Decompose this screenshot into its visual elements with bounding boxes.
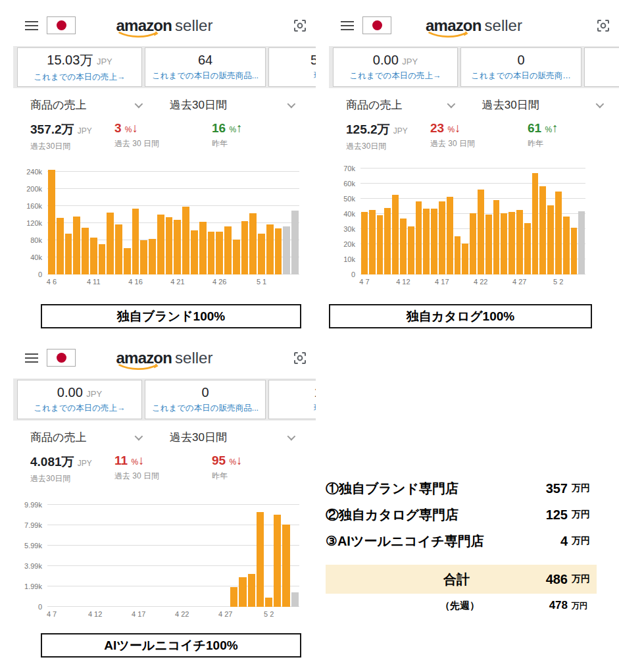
bar — [501, 213, 507, 274]
seller-logo-text: seller — [175, 349, 212, 367]
today-sales-value: 0.00 JPY — [373, 53, 418, 68]
stats-row: 357.2万 JPY 過去30日間 3 %↓ 過去 30 日間 16 %↑ 昨年 — [13, 121, 316, 152]
metric-dropdown[interactable]: 商品の売上 — [30, 97, 141, 113]
range-dropdown[interactable]: 過去30日間 — [482, 97, 602, 113]
today-sales-card[interactable]: 0.00 JPY これまでの本日の売上→ — [17, 380, 142, 419]
bar — [455, 236, 461, 274]
y-axis: 010k20k30k40k50k60k70k — [332, 165, 360, 274]
today-sales-value: 0.00 JPY — [57, 385, 102, 400]
bar — [392, 195, 399, 274]
open-orders-label: 現 — [314, 70, 316, 82]
summary-row-aitool: ③AIツールニコイチ専門店 4 万円 — [326, 528, 597, 554]
bar — [282, 525, 289, 607]
sales-bar-chart: 040k80k120k160k200k240k 4 64 114 164 214… — [16, 165, 299, 288]
today-sales-label: これまでの本日の売上→ — [34, 403, 125, 414]
amazon-seller-logo: amazon seller — [426, 16, 522, 35]
bar — [377, 215, 384, 274]
bar — [65, 234, 72, 274]
bar — [233, 240, 240, 274]
chevron-down-icon — [596, 100, 605, 109]
bar — [182, 207, 189, 274]
today-units-card[interactable]: 0 これまでの本日の販売商… — [460, 47, 582, 87]
open-orders-value: 1 — [314, 385, 316, 400]
filter-row: 商品の売上 過去30日間 — [329, 97, 619, 113]
bar — [539, 186, 546, 274]
down-arrow-icon: ↓ — [236, 453, 243, 467]
bar — [571, 228, 578, 274]
bar — [439, 201, 445, 274]
bar — [132, 209, 139, 275]
scan-icon[interactable] — [292, 18, 308, 34]
bar — [124, 248, 131, 274]
range-dropdown[interactable]: 過去30日間 — [170, 430, 293, 445]
bar — [258, 234, 265, 274]
bar — [547, 205, 554, 274]
bar — [115, 224, 122, 274]
x-axis: 4 64 114 164 214 265 1 — [47, 274, 299, 288]
change-vs-lastyear-stat: 61 %↑ 昨年 — [528, 121, 602, 152]
bar — [423, 209, 430, 274]
open-orders-value: 58 — [310, 53, 316, 68]
bar — [384, 208, 391, 274]
japan-flag-icon[interactable] — [362, 16, 391, 34]
japan-flag-icon[interactable] — [47, 16, 76, 34]
chart-plot-area — [47, 165, 299, 274]
scan-icon[interactable] — [292, 350, 308, 366]
japan-flag-icon[interactable] — [47, 349, 76, 367]
panel-aitool: amazon seller 0.00 JPY これまでの本日の売上→ 0 これま… — [13, 342, 316, 671]
amazon-seller-logo: amazon seller — [116, 349, 213, 367]
today-sales-value: 15.03万 JPY — [47, 51, 112, 69]
bar — [166, 217, 173, 274]
today-sales-label: これまでの本日の売上→ — [34, 72, 125, 83]
scan-icon[interactable] — [595, 18, 611, 34]
today-cards-row: 15.03万 JPY これまでの本日の売上→ 64 これまでの本日の販売商品..… — [13, 46, 316, 88]
today-units-value: 0 — [201, 385, 209, 400]
seller-logo-text: seller — [485, 16, 522, 35]
metric-dropdown[interactable]: 商品の売上 — [30, 430, 141, 445]
bar — [248, 574, 255, 607]
bar — [478, 190, 484, 274]
x-axis: 4 74 124 174 224 275 2 — [47, 607, 299, 620]
open-orders-card[interactable]: 1 現 — [268, 380, 316, 419]
range-dropdown[interactable]: 過去30日間 — [170, 97, 293, 113]
change-vs-prev-stat: 23 %↓ 過去 30 日間 — [430, 121, 528, 152]
bar — [369, 210, 376, 274]
bar — [230, 587, 237, 607]
today-units-card[interactable]: 64 これまでの本日の販売商品... — [145, 47, 266, 87]
open-orders-label: 現 — [314, 403, 316, 414]
today-cards-row: 0.00 JPY これまでの本日の売上→ 0 これまでの本日の販売商品... 1… — [13, 378, 316, 421]
total-sales-stat: 357.2万 JPY 過去30日間 — [30, 121, 114, 152]
bar — [174, 220, 181, 274]
metric-dropdown[interactable]: 商品の売上 — [346, 97, 453, 113]
amazon-seller-logo: amazon seller — [116, 16, 213, 35]
today-sales-card[interactable]: 15.03万 JPY これまでの本日の売上→ — [17, 47, 142, 87]
bar — [191, 230, 198, 274]
bar — [266, 224, 274, 274]
chevron-down-icon — [447, 100, 455, 109]
open-orders-card[interactable]: 58 現 — [268, 47, 316, 87]
today-units-card[interactable]: 0 これまでの本日の販売商品... — [145, 380, 266, 419]
bar — [516, 210, 523, 274]
bar — [283, 226, 290, 274]
open-orders-card[interactable]: 2 — [584, 47, 619, 87]
today-sales-card[interactable]: 0.00 JPY これまでの本日の売上→ — [333, 47, 458, 87]
bar — [470, 213, 476, 274]
bar — [555, 192, 562, 274]
bar — [431, 209, 437, 274]
bar — [508, 212, 515, 274]
hamburger-menu-icon[interactable] — [25, 21, 38, 30]
filter-row: 商品の売上 過去30日間 — [13, 97, 316, 113]
bar — [224, 226, 232, 274]
down-arrow-icon: ↓ — [455, 121, 461, 135]
bar — [265, 598, 272, 607]
bar — [90, 238, 97, 274]
hamburger-menu-icon[interactable] — [25, 353, 38, 363]
chevron-down-icon — [287, 100, 296, 109]
bar — [73, 217, 80, 274]
bar — [493, 200, 500, 274]
down-arrow-icon: ↓ — [138, 453, 145, 467]
amazon-logo-text: amazon — [116, 349, 172, 367]
hamburger-menu-icon[interactable] — [341, 21, 354, 30]
panel-catalog: amazon seller 0.00 JPY これまでの本日の売上→ 0 これま… — [329, 10, 619, 339]
change-vs-lastyear-stat: 16 %↑ 昨年 — [212, 121, 299, 152]
